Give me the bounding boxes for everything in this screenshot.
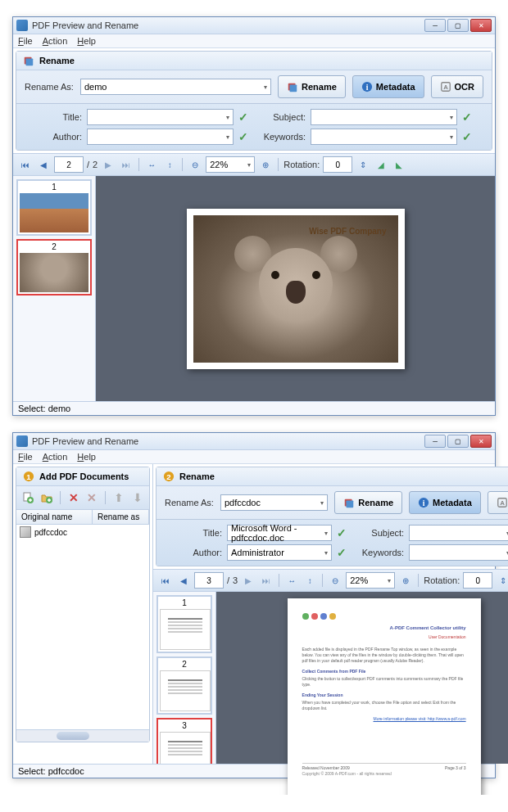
remove-button[interactable]: ✕	[67, 489, 80, 506]
thumbnail-image	[160, 732, 211, 764]
preview-canvas[interactable]: Wise PDF Company	[96, 176, 495, 401]
thumbnail-image	[160, 609, 211, 650]
rotate-right-button[interactable]: ◣	[392, 157, 406, 172]
close-button[interactable]: ✕	[470, 19, 492, 32]
viewer-toolbar: ⏮ ◀ / 2 ▶ ⏭ ↔ ↕ ⊖ 22% ⊕ Rotation: ⇕ ◢ ◣	[13, 153, 495, 176]
rename-icon	[23, 55, 34, 66]
prev-page-button[interactable]: ◀	[176, 573, 191, 588]
window-title: PDF Preview and Rename	[32, 436, 424, 446]
first-page-button[interactable]: ⏮	[18, 157, 33, 172]
info-icon: i	[418, 497, 429, 508]
metadata-button[interactable]: i Metadata	[409, 491, 481, 514]
title-input[interactable]: Microsoft Word - pdfccdoc.doc	[227, 525, 332, 541]
rotate-updown-button[interactable]: ⇕	[356, 157, 370, 172]
doc-list[interactable]: pdfccdoc	[16, 525, 149, 729]
zoom-in-button[interactable]: ⊕	[398, 573, 413, 588]
rename-as-input[interactable]: demo	[80, 79, 271, 95]
subject-input[interactable]	[409, 525, 508, 541]
menu-action[interactable]: Action	[43, 36, 68, 46]
thumbnail-2[interactable]: 2	[16, 239, 92, 295]
svg-text:i: i	[366, 83, 369, 92]
menu-help[interactable]: Help	[77, 36, 96, 46]
zoom-combo[interactable]: 22%	[346, 572, 395, 589]
zoom-out-button[interactable]: ⊖	[328, 573, 342, 588]
thumbnail-1[interactable]: 1	[156, 595, 212, 653]
title-label: Title:	[173, 528, 222, 538]
rotation-input[interactable]	[323, 156, 352, 173]
rename-as-label: Rename As:	[165, 498, 214, 508]
titlebar[interactable]: PDF Preview and Rename ─ ▢ ✕	[13, 17, 495, 34]
next-page-button[interactable]: ▶	[241, 573, 256, 588]
thumbnail-1[interactable]: 1	[16, 179, 92, 236]
keywords-input[interactable]	[311, 129, 457, 145]
subject-input[interactable]	[311, 109, 457, 125]
doc-copyright: Copyright © 2009 A-PDF.com - all rights …	[302, 771, 466, 777]
page-input[interactable]	[194, 572, 224, 589]
add-folder-button[interactable]	[39, 489, 52, 506]
col-renameas[interactable]: Rename as	[93, 510, 149, 524]
title-input[interactable]	[87, 109, 234, 125]
prev-page-button[interactable]: ◀	[36, 157, 51, 172]
page-input[interactable]	[54, 156, 84, 173]
metadata-button[interactable]: i Metadata	[352, 75, 424, 98]
move-up-button[interactable]: ⬆	[112, 489, 125, 506]
fit-height-button[interactable]: ↕	[162, 157, 177, 172]
menu-file[interactable]: File	[18, 452, 33, 462]
ocr-button[interactable]: A OCR	[431, 75, 483, 98]
keywords-input[interactable]	[409, 544, 508, 561]
move-down-button[interactable]: ⬇	[131, 489, 144, 506]
check-icon: ✓	[238, 130, 252, 143]
svg-rect-3	[290, 84, 297, 92]
last-page-button[interactable]: ⏭	[259, 573, 274, 588]
subject-label: Subject:	[256, 112, 306, 122]
menu-action[interactable]: Action	[43, 452, 68, 462]
add-file-button[interactable]	[21, 489, 34, 506]
rename-button[interactable]: Rename	[334, 491, 402, 514]
horizontal-scrollbar[interactable]	[16, 729, 149, 742]
rotate-left-button[interactable]: ◢	[374, 157, 388, 172]
scrollbar-thumb[interactable]	[57, 732, 89, 740]
next-page-button[interactable]: ▶	[101, 157, 116, 172]
svg-text:A: A	[500, 499, 505, 507]
zoom-combo[interactable]: 22%	[206, 156, 255, 173]
fit-width-button[interactable]: ↔	[144, 157, 159, 172]
viewer-toolbar: ⏮ ◀ / 3 ▶ ⏭ ↔ ↕ ⊖ 22% ⊕ Rotation: ⇕ ◢ ◣	[153, 569, 508, 592]
statusbar: Select: demo	[13, 401, 495, 415]
remove-all-button[interactable]: ✕	[85, 489, 98, 506]
author-input[interactable]: Administrator	[227, 544, 332, 561]
minimize-button[interactable]: ─	[424, 19, 446, 32]
rotation-input[interactable]	[463, 572, 492, 589]
menu-file[interactable]: File	[18, 36, 33, 46]
ocr-button[interactable]: A OCR	[488, 491, 508, 514]
doc-toolbar: ✕ ✕ ⬆ ⬇	[16, 486, 149, 510]
fit-width-button[interactable]: ↔	[284, 573, 299, 588]
thumbnail-3[interactable]: 3	[156, 718, 212, 764]
minimize-button[interactable]: ─	[424, 435, 446, 448]
rename-button[interactable]: Rename	[278, 75, 346, 98]
app-icon	[16, 435, 28, 447]
rotate-updown-button[interactable]: ⇕	[496, 573, 508, 588]
last-page-button[interactable]: ⏭	[119, 157, 134, 172]
author-input[interactable]	[87, 129, 234, 145]
titlebar[interactable]: PDF Preview and Rename ─ ▢ ✕	[13, 433, 495, 450]
doc-paragraph: Each added file is displayed in the PDF …	[302, 647, 466, 664]
col-original[interactable]: Original name	[16, 510, 93, 524]
doc-title: A-PDF Comment Collector utility	[302, 625, 466, 631]
rename-as-input[interactable]: pdfccdoc	[220, 494, 328, 511]
maximize-button[interactable]: ▢	[447, 19, 469, 32]
zoom-in-button[interactable]: ⊕	[258, 157, 273, 172]
zoom-out-button[interactable]: ⊖	[188, 157, 202, 172]
add-docs-panel: 1 Add PDF Documents ✕ ✕ ⬆ ⬇ Original nam…	[16, 467, 150, 742]
first-page-button[interactable]: ⏮	[158, 573, 173, 588]
preview-page: A-PDF Comment Collector utility User Doc…	[288, 598, 481, 795]
menu-help[interactable]: Help	[77, 452, 96, 462]
doc-row[interactable]: pdfccdoc	[16, 525, 149, 539]
preview-canvas[interactable]: A-PDF Comment Collector utility User Doc…	[216, 592, 508, 764]
fit-height-button[interactable]: ↕	[302, 573, 317, 588]
metadata-grid: Title: Microsoft Word - pdfccdoc.doc ✓ S…	[156, 519, 508, 566]
doc-footer-right: Page 3 of 3	[445, 765, 466, 771]
thumbnail-2[interactable]: 2	[156, 656, 212, 715]
maximize-button[interactable]: ▢	[447, 435, 469, 448]
close-button[interactable]: ✕	[470, 435, 492, 448]
keywords-label: Keywords:	[355, 548, 404, 557]
